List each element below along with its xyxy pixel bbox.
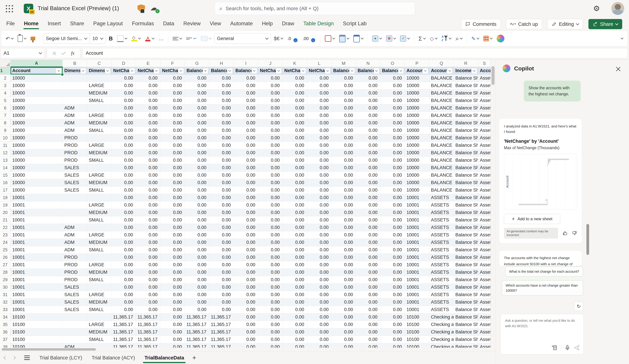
cell-K2[interactable]: 0.00 [283, 75, 307, 82]
cell-C24[interactable]: MEDIUM [87, 239, 112, 246]
cell-A24[interactable]: 10001 [10, 239, 63, 246]
formula-input[interactable]: Account [82, 48, 628, 58]
cell-A30[interactable]: 10001 [10, 284, 63, 291]
cell-O27[interactable]: 0.00 [380, 261, 405, 269]
cell-L32[interactable]: 0.00 [307, 298, 331, 306]
cell-H26[interactable]: 0.00 [209, 254, 234, 261]
cell-G16[interactable]: 0.00 [185, 179, 209, 187]
ribbon-tab-share[interactable]: Share [65, 17, 89, 30]
cell-O16[interactable]: 0.00 [380, 179, 405, 187]
cell-S5[interactable]: Assets [478, 97, 491, 104]
format-cells-button[interactable]: ✓ [399, 33, 411, 44]
cell-B38[interactable]: ADM [63, 343, 87, 348]
cell-E32[interactable]: 0.00 [136, 298, 160, 306]
cell-H37[interactable]: 11,365.17 [209, 336, 234, 343]
cell-P36[interactable]: 10100 [405, 328, 429, 336]
cell-P2[interactable]: 10000 [405, 75, 429, 82]
cell-P33[interactable]: 10001 [405, 306, 429, 313]
cell-C7[interactable]: LARGE [87, 112, 112, 119]
cell-B22[interactable]: ADM [63, 224, 87, 231]
cell-C14[interactable] [87, 164, 112, 172]
cell-C36[interactable]: MEDIUM [87, 328, 112, 336]
cell-N26[interactable]: 0.00 [356, 254, 380, 261]
cell-M25[interactable]: 0.00 [331, 246, 356, 254]
cell-P8[interactable]: 10000 [405, 119, 429, 127]
cell-G7[interactable]: 0.00 [185, 112, 209, 119]
cell-C35[interactable]: LARGE [87, 321, 112, 328]
merge-cells-button[interactable] [200, 33, 212, 44]
cell-A31[interactable]: 10001 [10, 291, 63, 298]
cell-H2[interactable]: 0.00 [209, 75, 234, 82]
cell-Q30[interactable]: ASSETS [429, 284, 454, 291]
cell-O2[interactable]: 0.00 [380, 75, 405, 82]
insert-cells-button[interactable]: + [371, 33, 383, 44]
cell-R24[interactable]: Balance Sheet [454, 239, 478, 246]
cell-K11[interactable]: 0.00 [283, 142, 307, 149]
cell-N32[interactable]: 0.00 [356, 298, 380, 306]
cell-B20[interactable] [63, 209, 87, 216]
cell-B35[interactable] [63, 321, 87, 328]
ribbon-tab-help[interactable]: Help [257, 17, 277, 30]
cell-I29[interactable]: 0.00 [234, 276, 258, 284]
cell-L7[interactable]: 0.00 [307, 112, 331, 119]
delete-cells-button[interactable]: ⊗ [385, 33, 397, 44]
cell-N6[interactable]: 0.00 [356, 104, 380, 112]
cell-M10[interactable]: 0.00 [331, 134, 356, 142]
cell-O32[interactable]: 0.00 [380, 298, 405, 306]
cell-K18[interactable]: 0.00 [283, 194, 307, 201]
cell-D7[interactable]: 0.00 [112, 112, 136, 119]
cell-D16[interactable]: 0.00 [112, 179, 136, 187]
cell-G19[interactable]: 0.00 [185, 201, 209, 209]
cell-F36[interactable]: 0.00 [160, 328, 185, 336]
cell-B10[interactable]: PROD [63, 134, 87, 142]
cell-H13[interactable]: 0.00 [209, 157, 234, 164]
column-header-E[interactable]: E [136, 60, 160, 67]
cell-G37[interactable]: 11,365.17 [185, 336, 209, 343]
cell-S14[interactable]: Assets [478, 164, 491, 172]
cell-M28[interactable]: 0.00 [331, 269, 356, 276]
cell-M11[interactable]: 0.00 [331, 142, 356, 149]
cell-F32[interactable]: 0.00 [160, 298, 185, 306]
ribbon-tab-file[interactable]: File [2, 17, 19, 30]
cell-H22[interactable]: 0.00 [209, 224, 234, 231]
cell-F29[interactable]: 0.00 [160, 276, 185, 284]
cell-R15[interactable]: Balance Sheet [454, 172, 478, 179]
cell-M24[interactable]: 0.00 [331, 239, 356, 246]
cell-R33[interactable]: Balance Sheet [454, 306, 478, 313]
cell-G8[interactable]: 0.00 [185, 119, 209, 127]
send-icon[interactable] [574, 345, 580, 351]
column-header-M[interactable]: M [331, 60, 356, 67]
cell-E8[interactable]: 0.00 [136, 119, 160, 127]
cell-D13[interactable]: 0.00 [112, 157, 136, 164]
cell-C23[interactable]: LARGE [87, 231, 112, 239]
cell-A37[interactable]: 10100 [10, 336, 63, 343]
sheet-tab-trial-balance-acy-[interactable]: Trial Balance (ACY) [92, 352, 135, 364]
cell-R32[interactable]: Balance Sheet [454, 298, 478, 306]
cell-C13[interactable]: SMALL [87, 157, 112, 164]
cell-I10[interactable]: 0.00 [234, 134, 258, 142]
cell-G17[interactable]: 0.00 [185, 187, 209, 194]
cell-E22[interactable]: 0.00 [136, 224, 160, 231]
cell-B19[interactable] [63, 201, 87, 209]
cell-C12[interactable]: MEDIUM [87, 149, 112, 157]
cell-J35[interactable]: 0.00 [258, 321, 283, 328]
cell-N21[interactable]: 0.00 [356, 216, 380, 224]
cell-Q15[interactable]: BALANCE SHEET [429, 172, 454, 179]
cell-S25[interactable]: Assets [478, 246, 491, 254]
cell-O14[interactable]: 0.00 [380, 164, 405, 172]
cell-D2[interactable]: 0.00 [112, 75, 136, 82]
cell-A15[interactable]: 10000 [10, 172, 63, 179]
cell-A20[interactable]: 10001 [10, 209, 63, 216]
cell-C2[interactable] [87, 75, 112, 82]
cell-B15[interactable]: SALES [63, 172, 87, 179]
cell-E14[interactable]: 0.00 [136, 164, 160, 172]
cell-O36[interactable]: 0.00 [380, 328, 405, 336]
cell-R11[interactable]: Balance Sheet [454, 142, 478, 149]
cell-I12[interactable]: 0.00 [234, 149, 258, 157]
cell-F9[interactable]: 0.00 [160, 127, 185, 134]
cell-C29[interactable]: SMALL [87, 276, 112, 284]
cell-N12[interactable]: 0.00 [356, 149, 380, 157]
horizontal-scrollbar-thumb[interactable] [2, 348, 96, 351]
cell-H27[interactable]: 0.00 [209, 261, 234, 269]
cell-J32[interactable]: 0.00 [258, 298, 283, 306]
